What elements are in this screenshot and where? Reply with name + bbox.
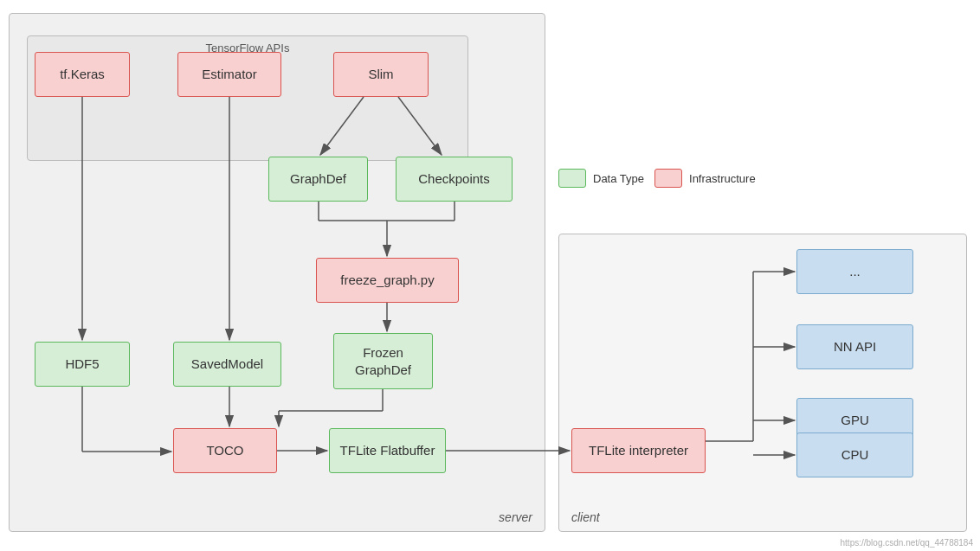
legend-infrastructure: Infrastructure	[654, 169, 756, 188]
node-estimator: Estimator	[177, 52, 281, 97]
node-saved-model: SavedModel	[173, 342, 281, 387]
legend-data-type-label: Data Type	[593, 172, 644, 185]
client-label: client	[571, 510, 600, 524]
node-toco: TOCO	[173, 428, 277, 473]
node-cpu: CPU	[796, 432, 913, 477]
legend-infrastructure-label: Infrastructure	[689, 172, 756, 185]
diagram-container: TensorFlow APIs server client Data Type …	[0, 0, 980, 551]
legend: Data Type Infrastructure	[558, 169, 756, 188]
node-hdf5: HDF5	[35, 342, 130, 387]
legend-green-box	[558, 169, 586, 188]
legend-data-type: Data Type	[558, 169, 644, 188]
node-graphdef: GraphDef	[268, 157, 368, 202]
server-label: server	[499, 510, 532, 524]
node-checkpoints: Checkpoints	[396, 157, 513, 202]
node-frozen-graphdef: Frozen GraphDef	[333, 333, 433, 389]
node-tf-keras: tf.Keras	[35, 52, 130, 97]
node-tflite-flatbuffer: TFLite Flatbuffer	[329, 428, 446, 473]
node-slim: Slim	[333, 52, 429, 97]
node-nn-api: NN API	[796, 324, 913, 369]
node-ellipsis: ...	[796, 249, 913, 294]
node-freeze-graph: freeze_graph.py	[316, 258, 459, 303]
watermark: https://blog.csdn.net/qq_44788184	[841, 538, 973, 548]
node-tflite-interpreter: TFLite interpreter	[571, 428, 706, 473]
legend-pink-box	[654, 169, 682, 188]
